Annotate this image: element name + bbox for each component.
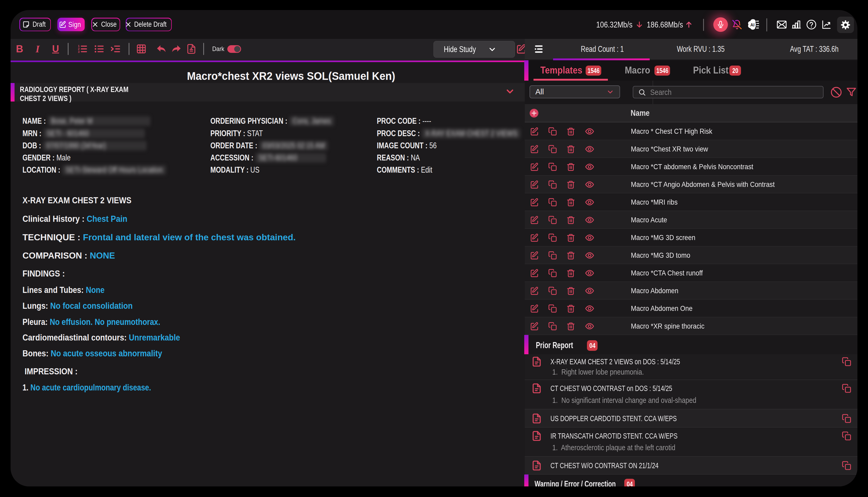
svg-text:3: 3 <box>78 50 80 53</box>
svg-text:AI: AI <box>750 23 755 27</box>
